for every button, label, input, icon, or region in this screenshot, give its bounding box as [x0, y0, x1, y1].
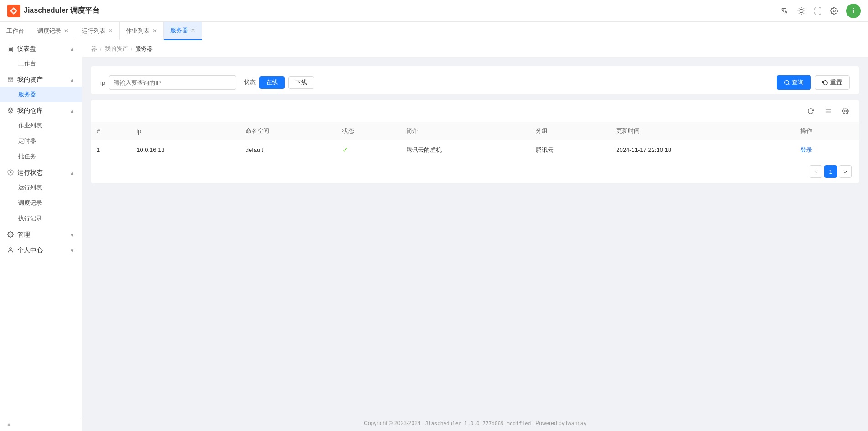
- management-arrow-icon: ▼: [70, 233, 74, 238]
- col-group: 分组: [530, 122, 611, 140]
- fullscreen-icon[interactable]: [813, 6, 822, 16]
- dashboard-icon: ▣: [7, 45, 13, 52]
- settings-icon[interactable]: [830, 6, 839, 16]
- cell-status: ✓: [337, 140, 401, 160]
- cell-description: 腾讯云的虚机: [401, 140, 531, 160]
- main-layout: ▣ 仪表盘 ▲ 工作台 我的资产 ▲ 服务器: [0, 40, 868, 431]
- breadcrumb-sep-0: /: [100, 46, 102, 52]
- sidebar-item-workbench[interactable]: 工作台: [0, 56, 82, 71]
- app-title: Jiascheduler 调度平台: [24, 6, 99, 16]
- pagination-page-1[interactable]: 1: [824, 165, 837, 178]
- col-ip: ip: [131, 122, 240, 140]
- theme-icon[interactable]: [797, 6, 806, 16]
- sidebar-item-batch-task[interactable]: 批任务: [0, 149, 82, 164]
- footer: Copyright © 2023-2024 Jiascheduler 1.0.0…: [82, 415, 868, 431]
- svg-point-1: [800, 9, 803, 13]
- col-namespace: 命名空间: [240, 122, 337, 140]
- sidebar: ▣ 仪表盘 ▲ 工作台 我的资产 ▲ 服务器: [0, 40, 82, 431]
- svg-marker-7: [8, 108, 13, 110]
- run-status-arrow-icon: ▲: [70, 171, 74, 176]
- sidebar-section-my-warehouse: 我的仓库 ▲ 作业列表 定时器 批任务: [0, 102, 82, 164]
- sidebar-group-personal[interactable]: 个人中心 ▼: [0, 242, 82, 257]
- tab-close-job-list[interactable]: ✕: [152, 28, 157, 34]
- search-card: ip 状态 在线 下线 查询: [91, 66, 859, 94]
- cell-index: 1: [91, 140, 131, 160]
- sidebar-item-job-list[interactable]: 作业列表: [0, 118, 82, 133]
- pagination-prev[interactable]: <: [810, 165, 822, 178]
- tab-job-list[interactable]: 作业列表 ✕: [120, 22, 164, 40]
- ip-search-input[interactable]: [109, 75, 236, 90]
- personal-icon: [7, 247, 14, 254]
- table-header-row: # ip 命名空间 状态 简介 分组 更新时间 操作: [91, 122, 859, 140]
- tab-close-server[interactable]: ✕: [191, 28, 195, 33]
- breadcrumb-sep-1: /: [131, 46, 133, 52]
- header-right: i: [780, 4, 861, 18]
- login-link[interactable]: 登录: [800, 146, 812, 153]
- sidebar-group-my-assets[interactable]: 我的资产 ▲: [0, 71, 82, 87]
- cell-ip: 10.0.16.13: [131, 140, 240, 160]
- translate-icon[interactable]: [780, 6, 790, 16]
- personal-arrow-icon: ▼: [70, 248, 74, 253]
- avatar[interactable]: i: [846, 4, 861, 18]
- pagination-next[interactable]: >: [839, 165, 852, 178]
- breadcrumb: 器 / 我的资产 / 服务器: [82, 40, 868, 58]
- sidebar-group-management[interactable]: 管理 ▼: [0, 226, 82, 242]
- svg-point-10: [10, 247, 12, 249]
- col-index: #: [91, 122, 131, 140]
- col-action: 操作: [795, 122, 859, 140]
- run-status-icon: [7, 169, 14, 177]
- status-check-icon: ✓: [342, 146, 348, 154]
- header-left: Jiascheduler 调度平台: [7, 5, 99, 17]
- tab-close-schedule-record[interactable]: ✕: [64, 28, 68, 34]
- svg-point-11: [785, 80, 789, 84]
- svg-point-15: [844, 110, 846, 112]
- pagination: < 1 >: [91, 160, 859, 183]
- query-button[interactable]: 查询: [777, 75, 811, 90]
- sidebar-group-dashboard[interactable]: ▣ 仪表盘 ▲: [0, 40, 82, 56]
- logo-icon: [7, 5, 20, 17]
- sidebar-item-schedule-record[interactable]: 调度记录: [0, 195, 82, 211]
- svg-rect-4: [11, 77, 13, 78]
- ip-search-field: ip: [100, 75, 236, 90]
- action-btn-group: 查询 重置: [777, 75, 850, 90]
- app-header: Jiascheduler 调度平台 i: [0, 0, 868, 22]
- cell-action: 登录: [795, 140, 859, 160]
- cell-namespace: default: [240, 140, 337, 160]
- status-online-btn[interactable]: 在线: [259, 76, 285, 89]
- my-warehouse-icon: [7, 107, 14, 115]
- sidebar-section-run-status: 运行状态 ▲ 运行列表 调度记录 执行记录: [0, 164, 82, 226]
- sidebar-collapse-btn[interactable]: ≡: [0, 417, 82, 431]
- sidebar-group-my-warehouse[interactable]: 我的仓库 ▲: [0, 102, 82, 118]
- table-toolbar: [91, 100, 859, 122]
- status-label: 状态: [244, 78, 256, 87]
- col-status: 状态: [337, 122, 401, 140]
- cell-updated-at: 2024-11-17 22:10:18: [611, 140, 795, 160]
- sidebar-item-timer[interactable]: 定时器: [0, 133, 82, 149]
- tab-workbench[interactable]: 工作台: [0, 22, 31, 40]
- sidebar-section-my-assets: 我的资产 ▲ 服务器: [0, 71, 82, 102]
- svg-point-9: [10, 234, 11, 235]
- tab-server[interactable]: 服务器 ✕: [164, 22, 202, 40]
- sidebar-item-run-list[interactable]: 运行列表: [0, 180, 82, 195]
- column-settings-icon[interactable]: [821, 104, 834, 117]
- table-card: # ip 命名空间 状态 简介 分组 更新时间 操作 1: [91, 100, 859, 183]
- refresh-icon[interactable]: [804, 104, 817, 117]
- table-config-icon[interactable]: [839, 104, 852, 117]
- tab-run-list[interactable]: 运行列表 ✕: [75, 22, 120, 40]
- sidebar-group-run-status[interactable]: 运行状态 ▲: [0, 164, 82, 180]
- management-icon: [7, 231, 14, 239]
- tab-bar: 工作台 调度记录 ✕ 运行列表 ✕ 作业列表 ✕ 服务器 ✕: [0, 22, 868, 40]
- cell-group: 腾讯云: [530, 140, 611, 160]
- tab-schedule-record[interactable]: 调度记录 ✕: [31, 22, 75, 40]
- svg-point-2: [833, 10, 836, 12]
- sidebar-item-server[interactable]: 服务器: [0, 87, 82, 102]
- my-warehouse-arrow-icon: ▲: [70, 109, 74, 114]
- sidebar-item-exec-record[interactable]: 执行记录: [0, 211, 82, 226]
- ip-label: ip: [100, 79, 105, 86]
- reset-button[interactable]: 重置: [815, 75, 850, 90]
- dashboard-arrow-icon: ▲: [70, 47, 74, 52]
- tab-close-run-list[interactable]: ✕: [108, 28, 113, 34]
- status-offline-btn[interactable]: 下线: [288, 76, 314, 89]
- search-row: ip 状态 在线 下线 查询: [100, 75, 850, 90]
- breadcrumb-item-2: 服务器: [135, 45, 153, 53]
